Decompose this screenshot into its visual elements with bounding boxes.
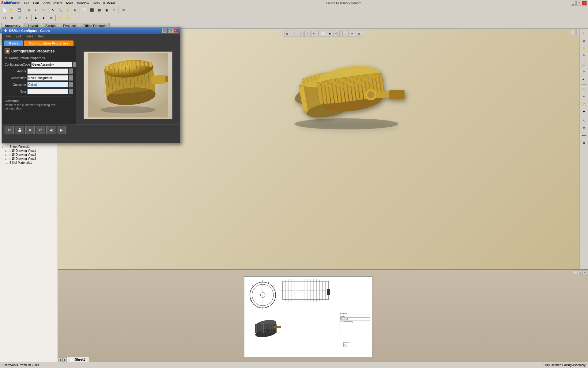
assem-btn-5[interactable]: ▶ — [33, 15, 40, 21]
draw-minimize[interactable]: _ — [573, 270, 577, 275]
dialog-tab-gears[interactable]: Gears — [4, 40, 23, 46]
assem-btn-6[interactable]: ■ — [40, 15, 47, 21]
draw-maximize[interactable]: □ — [578, 270, 582, 275]
dialog-menu-edit[interactable]: Edit — [13, 34, 23, 38]
vp-pan[interactable]: ✋ — [304, 31, 311, 37]
config-desc-btn[interactable]: … — [69, 75, 73, 81]
rt-explode[interactable]: 💥 — [581, 101, 587, 107]
view-btn-1[interactable]: ⬜ — [81, 7, 88, 13]
menu-file[interactable]: File — [22, 1, 31, 5]
menu-view[interactable]: View — [41, 1, 52, 5]
assem-btn-8[interactable]: 📐 — [57, 15, 64, 21]
dialog-maximize[interactable]: □ — [168, 29, 173, 33]
select-button[interactable]: ↖ — [50, 7, 56, 13]
redo-button[interactable]: ↪ — [40, 7, 47, 13]
rt-comp[interactable]: ⬡ — [581, 69, 587, 76]
config-section-header[interactable]: ▼ Configuration Properties — [5, 56, 73, 60]
tree-item-drawview3[interactable]: ▸ ⚠ 🖼 Drawing View3 — [0, 157, 58, 161]
view-btn-3[interactable]: ▦ — [96, 7, 103, 13]
zoom-button[interactable]: 🔍 — [57, 7, 64, 13]
viewport-drawing[interactable]: _ □ × — [58, 270, 588, 362]
save-button[interactable]: 💾 — [16, 7, 23, 13]
rotate-button[interactable]: ↻ — [72, 7, 78, 13]
vp-section[interactable]: ✂ — [349, 31, 355, 37]
menu-insert[interactable]: Insert — [51, 1, 64, 5]
rt-rotate[interactable]: ↻ — [581, 52, 587, 59]
config-note-btn[interactable]: … — [69, 89, 73, 94]
undo-button[interactable]: ↩ — [33, 7, 40, 13]
dialog-close[interactable]: × — [173, 29, 178, 33]
vp-view1[interactable]: ⬜ — [320, 31, 326, 37]
view-btn-4[interactable]: ▣ — [103, 7, 110, 13]
rt-select[interactable]: ↖ — [581, 30, 587, 37]
rt-linear[interactable]: ⊞ — [581, 125, 587, 132]
config-desc-input[interactable] — [27, 75, 68, 81]
new-button[interactable]: 📄 — [1, 7, 8, 13]
dialog-menu-file[interactable]: File — [3, 34, 13, 38]
config-author-input[interactable] — [27, 68, 68, 74]
rt-hide[interactable]: 👁 — [581, 76, 587, 83]
dialog-menu-tools[interactable]: Tools — [23, 34, 35, 38]
rt-pan[interactable]: ✋ — [581, 45, 587, 52]
menu-tools[interactable]: Tools — [64, 1, 75, 5]
sheet1-tab[interactable]: 📄 Sheet1 — [67, 357, 89, 362]
vp-zoom-out[interactable]: 🔎 — [298, 31, 304, 37]
view-btn-2[interactable]: ⬛ — [89, 7, 95, 13]
rt-animate[interactable]: ▶ — [581, 108, 587, 115]
pan-button[interactable]: ✋ — [64, 7, 71, 13]
footer-next-btn[interactable]: ▶ — [57, 126, 66, 134]
maximize-button[interactable]: □ — [576, 1, 581, 6]
tree-item-bom[interactable]: 📊 Bill of Materials1 — [0, 161, 58, 165]
dialog-tab-config[interactable]: Configuration Properties — [24, 40, 74, 46]
vp-zoom-fit[interactable]: ⊕ — [284, 31, 290, 37]
assem-btn-1[interactable]: ⬡ — [1, 15, 8, 21]
footer-save-btn[interactable]: 💾 — [15, 126, 24, 134]
vp-wireframe[interactable]: ⬡ — [334, 31, 340, 37]
tree-item-sheetformat[interactable]: ▸ 📄 Sheet Format1 — [0, 145, 58, 149]
config-customer-btn[interactable]: … — [69, 82, 73, 87]
scroll-right-btn[interactable]: ▶ — [62, 358, 67, 362]
footer-prev-btn[interactable]: ◀ — [46, 126, 55, 134]
footer-reset-btn[interactable]: ↺ — [36, 126, 45, 134]
footer-settings-btn[interactable]: ⚙ — [5, 126, 14, 134]
scroll-left-btn[interactable]: ◀ — [58, 358, 62, 362]
vp-shaded[interactable]: ■ — [327, 31, 333, 37]
menu-kbmax[interactable]: KBMAX — [101, 1, 117, 5]
vp-rotate[interactable]: ↻ — [311, 31, 317, 37]
vp-light[interactable]: 💡 — [342, 31, 349, 37]
menu-help[interactable]: Help — [91, 1, 102, 5]
config-customer-input[interactable] — [27, 82, 68, 87]
vp-zoom-in[interactable]: 🔍 — [291, 31, 297, 37]
print-button[interactable]: 🖨 — [25, 7, 32, 13]
rt-zoom[interactable]: ⊕ — [581, 37, 587, 44]
assem-btn-4[interactable]: + — [23, 15, 30, 21]
dialog-menu-help[interactable]: Help — [36, 34, 47, 38]
menu-window[interactable]: Window — [75, 1, 91, 5]
rt-section[interactable]: ✂ — [581, 93, 587, 100]
dialog-minimize[interactable]: _ — [162, 29, 167, 33]
assem-btn-7[interactable]: ⊕ — [47, 15, 54, 21]
vp-minimize[interactable]: _ — [571, 30, 576, 35]
draw-close[interactable]: × — [582, 270, 587, 275]
options-button[interactable]: ⚙ — [120, 7, 127, 13]
close-button[interactable]: × — [582, 1, 587, 6]
assem-btn-3[interactable]: 🔗 — [16, 15, 23, 21]
config-author-btn[interactable]: … — [69, 68, 73, 74]
config-note-input[interactable] — [27, 89, 68, 94]
rt-drive[interactable]: ⚙ — [581, 140, 587, 146]
footer-cancel-btn[interactable]: ✕ — [25, 126, 35, 134]
view-btn-5[interactable]: ⊞ — [111, 7, 117, 13]
assem-btn-2[interactable]: ⚙ — [9, 15, 15, 21]
minimize-button[interactable]: _ — [571, 1, 576, 6]
rt-mate[interactable]: 🔗 — [581, 62, 587, 68]
rt-mirror[interactable]: ⟺ — [581, 132, 587, 139]
open-button[interactable]: 📂 — [9, 7, 15, 13]
tree-item-drawview1[interactable]: ▸ ⚠ 🖼 Drawing View1 — [0, 149, 58, 153]
rt-smart[interactable]: 🔧 — [581, 117, 587, 124]
rt-measure[interactable]: 📏 — [581, 86, 587, 93]
assem-btn-9[interactable]: 📏 — [64, 15, 71, 21]
vp-settings[interactable]: ⚙ — [356, 31, 362, 37]
config-code-input[interactable] — [31, 62, 72, 67]
tree-item-drawview2[interactable]: ▸ ⚠ 🖼 Drawing View2 — [0, 153, 58, 157]
menu-edit[interactable]: Edit — [31, 1, 41, 5]
